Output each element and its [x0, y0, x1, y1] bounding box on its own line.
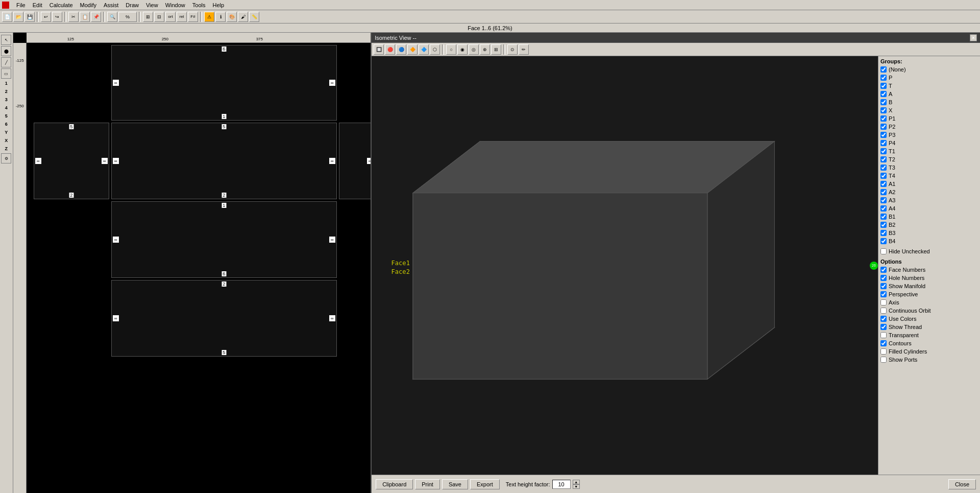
group-checkbox-B1[interactable]: [880, 214, 887, 220]
option-checkbox-transparent[interactable]: [880, 332, 887, 338]
zoom-in-button[interactable]: 🔍: [107, 12, 117, 22]
tool-node[interactable]: ⬤: [1, 46, 11, 56]
hide-unchecked-checkbox[interactable]: [880, 248, 887, 254]
canvas-content[interactable]: 6 1 ∞ ∞ 5 2 ∞ ∞ 5 2 ∞ ∞ ∞: [27, 43, 371, 493]
snap-button[interactable]: ⊞: [143, 12, 153, 22]
tool-line[interactable]: ╱: [1, 57, 11, 67]
option-checkbox-contours[interactable]: [880, 340, 887, 346]
close-button[interactable]: Close: [948, 479, 976, 489]
group-checkbox-B4[interactable]: [880, 238, 887, 244]
iso-tool-6[interactable]: ⬡: [430, 44, 440, 55]
group-checkbox-None[interactable]: [880, 66, 887, 73]
redo-button[interactable]: ↪: [52, 12, 62, 22]
iso-tool-7[interactable]: ○: [446, 44, 456, 55]
grid-button[interactable]: ⊟: [154, 12, 164, 22]
iso-tool-9[interactable]: ◎: [469, 44, 479, 55]
warn-button[interactable]: ⚠: [204, 12, 214, 22]
iso-tool-12[interactable]: ⊙: [507, 44, 518, 55]
menu-file[interactable]: File: [13, 1, 29, 9]
group-checkbox-T1[interactable]: [880, 148, 887, 154]
group-checkbox-P3[interactable]: [880, 132, 887, 138]
rel-button[interactable]: rel: [177, 12, 187, 22]
save-button[interactable]: 💾: [24, 12, 35, 22]
face-1-6[interactable]: 1 6 ∞ ∞: [111, 201, 337, 278]
face-5-2-right[interactable]: ∞: [339, 123, 371, 199]
menu-assist[interactable]: Assist: [101, 1, 121, 9]
group-checkbox-A4[interactable]: [880, 205, 887, 212]
iso-close-button[interactable]: ×: [970, 34, 977, 41]
menu-tools[interactable]: Tools: [189, 1, 209, 9]
option-checkbox-show-thread[interactable]: [880, 324, 887, 330]
print-button[interactable]: Print: [415, 479, 440, 489]
group-checkbox-P[interactable]: [880, 75, 887, 81]
undo-button[interactable]: ↩: [41, 12, 51, 22]
option-checkbox-use-colors[interactable]: [880, 316, 887, 322]
menu-help[interactable]: Help: [209, 1, 227, 9]
group-checkbox-T[interactable]: [880, 83, 887, 89]
drawing-area[interactable]: 125 250 375 -125 -250 6 1 ∞ ∞ 5 2 ∞ ∞: [13, 33, 371, 493]
ortho-button[interactable]: ort: [165, 12, 176, 22]
group-checkbox-P1[interactable]: [880, 115, 887, 122]
iso-viewport[interactable]: Face1 Face2 26: [372, 56, 878, 475]
group-checkbox-T4[interactable]: [880, 173, 887, 179]
iso-tool-2[interactable]: 🔴: [385, 44, 395, 55]
group-checkbox-B2[interactable]: [880, 222, 887, 228]
copy-button[interactable]: 📋: [80, 12, 90, 22]
menu-view[interactable]: View: [143, 1, 161, 9]
snap-toggle[interactable]: ⚙: [1, 153, 11, 163]
paste-button[interactable]: 📌: [91, 12, 101, 22]
iso-tool-5[interactable]: 🔷: [419, 44, 429, 55]
option-checkbox-face-numbers[interactable]: [880, 267, 887, 273]
group-checkbox-A[interactable]: [880, 91, 887, 97]
iso-tool-4[interactable]: 🔶: [407, 44, 418, 55]
option-checkbox-hole-numbers[interactable]: [880, 275, 887, 281]
group-checkbox-A3[interactable]: [880, 197, 887, 203]
face-6-1[interactable]: 6 1 ∞ ∞: [111, 45, 337, 121]
f-button[interactable]: F#: [188, 12, 198, 22]
face-2-5[interactable]: 2 5 ∞ ∞: [111, 280, 337, 357]
option-checkbox-perspective[interactable]: [880, 291, 887, 297]
option-checkbox-show-ports[interactable]: [880, 357, 887, 363]
menu-modify[interactable]: Modify: [77, 1, 100, 9]
option-checkbox-filled-cylinders[interactable]: [880, 348, 887, 355]
spin-up[interactable]: ▲: [573, 480, 580, 484]
cut-button[interactable]: ✂: [68, 12, 79, 22]
paint-button[interactable]: 🖌: [238, 12, 248, 22]
open-button[interactable]: 📂: [13, 12, 23, 22]
group-checkbox-B3[interactable]: [880, 230, 887, 236]
option-checkbox-axis[interactable]: [880, 299, 887, 306]
zoom-field[interactable]: %: [118, 12, 137, 22]
face-5-2-left[interactable]: 5 2 ∞ ∞: [34, 123, 109, 199]
new-button[interactable]: 📄: [2, 12, 12, 22]
tool-rect[interactable]: ▭: [1, 68, 11, 79]
color-button[interactable]: 🎨: [227, 12, 237, 22]
iso-tool-10[interactable]: ⊕: [480, 44, 490, 55]
ruler-button[interactable]: 📏: [249, 12, 259, 22]
iso-tool-11[interactable]: ⊞: [491, 44, 501, 55]
group-checkbox-X[interactable]: [880, 107, 887, 113]
info-button[interactable]: ℹ: [215, 12, 226, 22]
spin-down[interactable]: ▼: [573, 484, 580, 489]
menu-calculate[interactable]: Calculate: [46, 1, 76, 9]
option-checkbox-show-manifold[interactable]: [880, 283, 887, 289]
menu-window[interactable]: Window: [162, 1, 188, 9]
export-button[interactable]: Export: [470, 479, 500, 489]
iso-tool-8[interactable]: ◉: [457, 44, 468, 55]
save-3d-button[interactable]: Save: [442, 479, 468, 489]
group-checkbox-P4[interactable]: [880, 140, 887, 146]
clipboard-button[interactable]: Clipboard: [376, 479, 413, 489]
face-5-2-main[interactable]: 5 2 ∞ ∞: [111, 123, 337, 199]
group-checkbox-B[interactable]: [880, 99, 887, 105]
group-checkbox-T3[interactable]: [880, 165, 887, 171]
iso-tool-13[interactable]: ✏: [519, 44, 529, 55]
iso-tool-1[interactable]: 🔲: [374, 44, 384, 55]
group-checkbox-P2[interactable]: [880, 124, 887, 130]
menu-edit[interactable]: Edit: [30, 1, 45, 9]
iso-tool-3[interactable]: 🔵: [396, 44, 406, 55]
text-height-input[interactable]: [552, 480, 571, 489]
option-checkbox-continuous-orbit[interactable]: [880, 308, 887, 314]
menu-draw[interactable]: Draw: [122, 1, 142, 9]
tool-select[interactable]: ↖: [1, 35, 11, 45]
group-checkbox-A2[interactable]: [880, 189, 887, 195]
group-checkbox-A1[interactable]: [880, 181, 887, 187]
